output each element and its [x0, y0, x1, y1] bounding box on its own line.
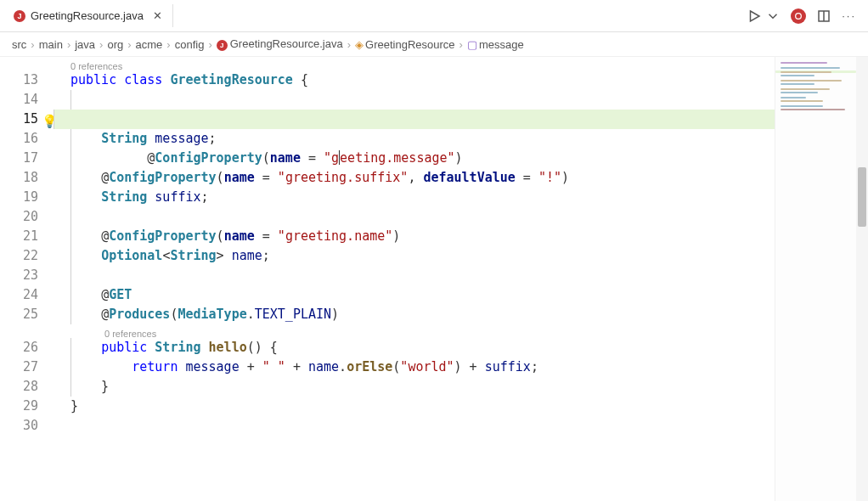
- code-line[interactable]: public String hello() {: [70, 338, 775, 357]
- line-number: 29: [0, 397, 38, 416]
- code-line[interactable]: Optional<String> name;: [70, 246, 775, 266]
- vertical-scrollbar[interactable]: [856, 57, 868, 501]
- line-number: 21: [0, 227, 38, 246]
- line-number: 14: [0, 90, 38, 110]
- line-number: 13: [0, 70, 38, 90]
- code-line[interactable]: [70, 90, 775, 110]
- codelens-references[interactable]: 0 references: [70, 57, 775, 70]
- code-line[interactable]: @GET: [70, 285, 775, 305]
- chevron-right-icon: ›: [347, 38, 351, 51]
- line-number: 18: [0, 168, 38, 188]
- line-number: 26: [0, 338, 38, 357]
- chevron-right-icon: ›: [127, 38, 131, 51]
- chevron-right-icon: ›: [459, 38, 463, 51]
- breadcrumb-method[interactable]: ▢message: [467, 38, 524, 51]
- code-line[interactable]: return message + " " + name.orElse("worl…: [70, 357, 775, 377]
- line-number: 27: [0, 357, 38, 377]
- line-number: 17: [0, 149, 38, 168]
- java-file-icon: J: [14, 10, 25, 22]
- more-icon[interactable]: ···: [842, 9, 856, 22]
- chevron-right-icon: ›: [99, 38, 103, 51]
- line-number: 15: [0, 110, 38, 129]
- breadcrumb-org[interactable]: org: [107, 38, 123, 51]
- svg-point-0: [796, 13, 802, 19]
- breadcrumb-file[interactable]: JGreetingResource.java: [217, 37, 343, 51]
- editor-tab[interactable]: J GreetingResource.java ✕: [5, 4, 173, 27]
- line-number: 19: [0, 188, 38, 207]
- code-line[interactable]: [70, 416, 775, 436]
- codelens-references[interactable]: 0 references: [70, 324, 775, 338]
- close-icon[interactable]: ✕: [152, 9, 164, 22]
- line-number: 28: [0, 377, 38, 397]
- line-number: 22: [0, 246, 38, 266]
- code-line[interactable]: @ConfigProperty(name = "greeting.name"): [70, 227, 775, 246]
- code-line[interactable]: @Produces(MediaType.TEXT_PLAIN): [70, 305, 775, 324]
- line-number: 24: [0, 285, 38, 305]
- breadcrumb-java[interactable]: java: [75, 38, 95, 51]
- code-line[interactable]: [70, 149, 775, 168]
- breadcrumb-src[interactable]: src: [12, 38, 26, 51]
- java-file-icon: J: [217, 40, 228, 51]
- chevron-right-icon: ›: [208, 38, 211, 51]
- breadcrumb-class[interactable]: ◈GreetingResource: [355, 38, 455, 51]
- scrollbar-thumb[interactable]: [858, 167, 866, 227]
- breadcrumb-acme[interactable]: acme: [136, 38, 163, 51]
- code-content[interactable]: 0 references public class GreetingResour…: [54, 57, 775, 501]
- code-line[interactable]: String suffix;: [70, 188, 775, 207]
- minimap[interactable]: [775, 57, 856, 501]
- split-editor-icon[interactable]: [816, 8, 831, 24]
- class-icon: ◈: [355, 38, 364, 51]
- code-line[interactable]: String message;: [70, 129, 775, 149]
- lightbulb-icon[interactable]: 💡: [42, 112, 54, 132]
- method-icon: ▢: [467, 38, 477, 51]
- code-line[interactable]: [70, 207, 775, 227]
- line-number: 25: [0, 305, 38, 324]
- record-icon[interactable]: [791, 8, 806, 24]
- code-line[interactable]: }: [70, 377, 775, 397]
- code-line[interactable]: public class GreetingResource {: [70, 70, 775, 90]
- chevron-right-icon: ›: [31, 38, 34, 51]
- breadcrumbs: src› main› java› org› acme› config› JGre…: [0, 32, 868, 57]
- line-number: 20: [0, 207, 38, 227]
- breadcrumb-config[interactable]: config: [175, 38, 205, 51]
- line-number: 16: [0, 129, 38, 149]
- tab-filename: GreetingResource.java: [31, 9, 144, 22]
- chevron-right-icon: ›: [67, 38, 70, 51]
- editor-area[interactable]: 13 14 15 16 17 18 19 20 21 22 23 24 25 2…: [0, 57, 868, 501]
- code-line[interactable]: [70, 266, 775, 285]
- chevron-down-icon[interactable]: [765, 8, 781, 24]
- run-icon[interactable]: [747, 8, 762, 24]
- code-line[interactable]: @ConfigProperty(name = "greeting.suffix"…: [70, 168, 775, 188]
- line-number: 30: [0, 416, 38, 436]
- line-number: 23: [0, 266, 38, 285]
- titlebar: J GreetingResource.java ✕ ···: [0, 0, 868, 32]
- code-line[interactable]: }: [70, 397, 775, 416]
- chevron-right-icon: ›: [166, 38, 170, 51]
- titlebar-actions: ···: [747, 8, 863, 24]
- code-line[interactable]: 💡 @ConfigProperty(name = "geeting.messag…: [54, 110, 775, 129]
- breadcrumb-main[interactable]: main: [39, 38, 63, 51]
